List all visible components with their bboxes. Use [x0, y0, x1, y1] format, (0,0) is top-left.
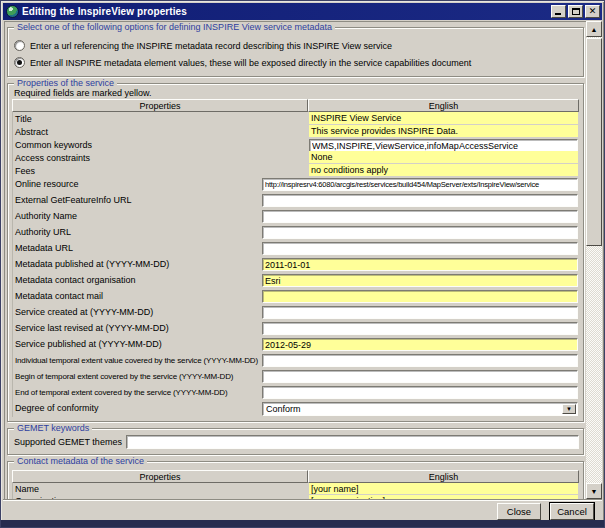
value-input[interactable]: [262, 178, 578, 191]
row-label: Begin of temporal extent covered by the …: [15, 372, 233, 381]
table-row-metadata-url: Metadata URL: [13, 241, 579, 257]
options-group: Select one of the following options for …: [7, 27, 584, 77]
table-row-individual-temporal-extent: Individual temporal extent value covered…: [13, 353, 579, 369]
options-group-legend: Select one of the following options for …: [14, 22, 335, 33]
row-label: Metadata published at (YYYY-MM-DD): [15, 259, 169, 269]
column-header-properties: Properties: [12, 99, 308, 112]
scrollbar-thumb[interactable]: [586, 38, 602, 246]
gemet-group: GEMET keywords Supported GEMET themes: [7, 428, 584, 455]
row-label: Authority Name: [15, 211, 77, 221]
value-input[interactable]: [262, 274, 578, 287]
scroll-down-button[interactable]: ▼: [586, 483, 602, 499]
table-row-abstract: Abstract This service provides INSPIRE D…: [13, 125, 579, 138]
maximize-button[interactable]: [568, 5, 583, 18]
radio-row-enter-all: Enter all INSPIRE metadata element value…: [12, 54, 579, 71]
contact-group: Contact metadata of the service Properti…: [7, 461, 584, 499]
row-label: Metadata contact mail: [15, 291, 103, 301]
table-row-access-constraints: Access constraints None: [13, 151, 579, 164]
row-label: Title: [15, 114, 32, 124]
value-cell[interactable]: INSPIRE View Service: [309, 112, 578, 124]
radio-enter-all-values-label[interactable]: Enter all INSPIRE metadata element value…: [30, 58, 471, 68]
value-input[interactable]: [262, 306, 578, 319]
scroll-viewport: Select one of the following options for …: [4, 21, 587, 499]
properties-group-legend: Properties of the service: [14, 78, 117, 89]
minimize-button[interactable]: [551, 5, 566, 18]
table-row-online-resource: Online resource: [13, 177, 579, 193]
gemet-themes-label: Supported GEMET themes: [12, 437, 126, 447]
row-label: Access constraints: [15, 153, 90, 163]
row-label: Service last revised at (YYYY-MM-DD): [15, 323, 169, 333]
value-input[interactable]: [262, 242, 578, 255]
footer-button-bar: Close Cancel: [3, 499, 602, 522]
value-input[interactable]: [262, 226, 578, 239]
properties-table: Title INSPIRE View Service Abstract This…: [12, 112, 579, 417]
gemet-group-legend: GEMET keywords: [14, 423, 92, 434]
row-label: Service created at (YYYY-MM-DD): [15, 307, 153, 317]
combobox-value: Conform: [266, 404, 301, 414]
row-label: Degree of conformity: [15, 403, 99, 413]
close-button[interactable]: Close: [497, 503, 541, 520]
value-input[interactable]: [262, 354, 578, 367]
dropdown-button[interactable]: ▼: [562, 404, 576, 414]
value-input[interactable]: [262, 194, 578, 207]
value-cell[interactable]: no conditions apply: [309, 164, 578, 176]
value-cell[interactable]: None: [309, 151, 578, 163]
cancel-button-default-ring: Cancel: [549, 502, 595, 521]
chevron-down-icon: ▼: [566, 406, 572, 412]
globe-icon: [6, 5, 19, 18]
row-label: Metadata URL: [15, 243, 73, 253]
gemet-row: Supported GEMET themes: [12, 434, 579, 449]
value-input[interactable]: [262, 338, 578, 351]
scroll-up-button[interactable]: ▲: [586, 21, 602, 37]
row-label: External GetFeatureInfo URL: [15, 195, 132, 205]
column-header-english: English: [308, 470, 579, 483]
value-input[interactable]: [262, 386, 578, 399]
value-input[interactable]: [262, 322, 578, 335]
value-cell[interactable]: This service provides INSPIRE Data.: [309, 125, 578, 137]
titlebar[interactable]: Editing the InspireView properties ✕: [3, 3, 602, 20]
contact-table-header: Properties English: [12, 470, 579, 483]
value-input[interactable]: [262, 210, 578, 223]
radio-row-enter-url: Enter a url referencing the INSPIRE meta…: [12, 37, 579, 54]
contact-group-legend: Contact metadata of the service: [14, 456, 147, 467]
properties-group: Properties of the service Required field…: [7, 83, 584, 422]
row-label: Abstract: [15, 127, 48, 137]
conformity-combobox[interactable]: Conform ▼: [262, 402, 578, 416]
table-row-service-published-at: Service published at (YYYY-MM-DD): [13, 337, 579, 353]
window-bottom-edge: [1, 520, 604, 527]
table-row-authority-url: Authority URL: [13, 225, 579, 241]
cancel-button[interactable]: Cancel: [550, 503, 594, 520]
row-label: Name: [15, 484, 39, 494]
table-row-degree-of-conformity: Degree of conformity Conform ▼: [13, 401, 579, 417]
radio-enter-url-label[interactable]: Enter a url referencing the INSPIRE meta…: [30, 41, 392, 51]
gemet-themes-input[interactable]: [126, 435, 579, 449]
row-label: Authority URL: [15, 227, 71, 237]
value-input[interactable]: [262, 258, 578, 271]
row-label: Metadata contact organisation: [15, 275, 136, 285]
minimize-icon: [555, 13, 561, 15]
table-row-begin-temporal-extent: Begin of temporal extent covered by the …: [13, 369, 579, 385]
close-icon: ✕: [589, 7, 597, 16]
properties-table-header: Properties English: [12, 99, 579, 112]
value-input[interactable]: [262, 290, 578, 303]
table-row-external-getfeatureinfo-url: External GetFeatureInfo URL: [13, 193, 579, 209]
table-row-service-created-at: Service created at (YYYY-MM-DD): [13, 305, 579, 321]
table-row-name: Name [your name]: [13, 483, 579, 495]
dialog-window: Editing the InspireView properties ✕ Sel…: [0, 0, 605, 528]
radio-enter-url[interactable]: [14, 40, 25, 51]
table-row-title: Title INSPIRE View Service: [13, 112, 579, 125]
contact-table: Name [your name] Organization [your orga…: [12, 483, 579, 499]
value-input[interactable]: [262, 370, 578, 383]
row-label: Common keywords: [15, 140, 92, 150]
table-row-end-temporal-extent: End of temporal extent covered by the se…: [13, 385, 579, 401]
arrow-down-icon: ▼: [591, 488, 598, 495]
table-row-metadata-contact-organisation: Metadata contact organisation: [13, 273, 579, 289]
vertical-scrollbar[interactable]: ▲ ▼: [586, 21, 602, 499]
window-close-button[interactable]: ✕: [585, 5, 600, 18]
window-title: Editing the InspireView properties: [22, 6, 549, 17]
table-row-fees: Fees no conditions apply: [13, 164, 579, 177]
row-label: Online resource: [15, 179, 79, 189]
value-cell[interactable]: [your name]: [309, 483, 578, 494]
radio-enter-all-values[interactable]: [14, 57, 25, 68]
row-label: Fees: [15, 166, 35, 176]
